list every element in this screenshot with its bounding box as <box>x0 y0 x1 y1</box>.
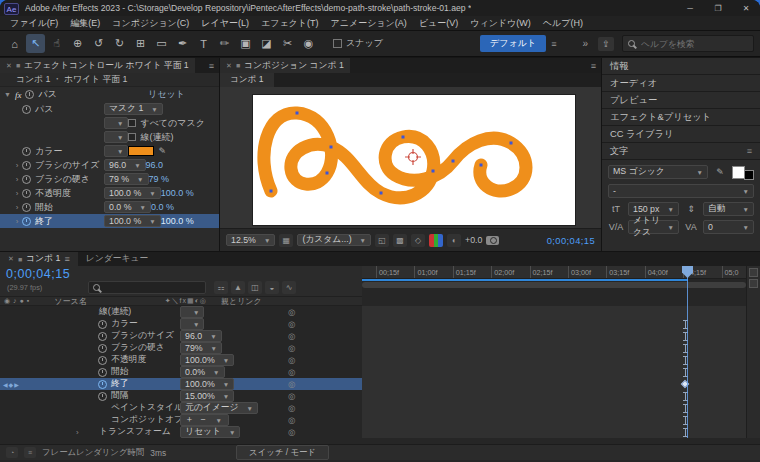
timeline-scrollbar[interactable] <box>749 279 758 288</box>
home-tool[interactable]: ⌂ <box>5 34 24 53</box>
property-dropdown[interactable]: リセット▼ <box>180 426 240 438</box>
puppet-pin-tool[interactable]: ◉ <box>299 34 318 53</box>
effect-group-header[interactable]: ▼ fx パス リセット <box>0 87 219 102</box>
hand-tool[interactable]: ☝ <box>47 34 66 53</box>
property-dropdown[interactable]: 元のイメージ▼ <box>180 402 258 414</box>
effect-property-row[interactable]: › 線(連続) ▼ 線(連続) ✎ <box>0 130 219 144</box>
composition-tab[interactable]: ✕ ■ コンポジション コンポ 1 <box>220 58 350 73</box>
stopwatch-icon[interactable] <box>22 161 31 170</box>
font-family-dropdown[interactable]: MS ゴシック▼ <box>608 165 708 179</box>
menu-item[interactable]: コンポジション(C) <box>106 17 195 30</box>
stopwatch-icon[interactable] <box>98 332 107 341</box>
share-icon[interactable]: ⇪ <box>598 37 614 51</box>
menu-item[interactable]: ウィンドウ(W) <box>464 17 537 30</box>
parent-pickwhip-icon[interactable]: ◎ <box>288 367 295 377</box>
menu-item[interactable]: ファイル(F) <box>4 17 64 30</box>
property-dropdown[interactable]: ＋ −▼ <box>180 414 229 426</box>
frame-blending-icon[interactable]: ◫ <box>248 281 262 294</box>
parent-pickwhip-icon[interactable]: ◎ <box>288 355 295 365</box>
composition-canvas[interactable] <box>253 95 575 225</box>
property-dropdown[interactable]: 100.0 %▼ <box>104 187 161 199</box>
twirl-icon[interactable]: › <box>12 203 22 212</box>
property-dropdown[interactable]: 79 %▼ <box>104 173 149 185</box>
parent-pickwhip-icon[interactable]: ◎ <box>288 403 295 413</box>
zoom-tool[interactable]: ⊕ <box>68 34 87 53</box>
timeline-property-row[interactable]: ◀◆▶ › ブラシの硬さ 79%▼ 79% ◎ <box>0 342 746 354</box>
stopwatch-icon[interactable] <box>22 175 31 184</box>
stroke-color-swatch[interactable] <box>744 170 754 180</box>
twirl-icon[interactable]: › <box>12 175 22 184</box>
effect-controls-tab[interactable]: ✕ ■ エフェクトコントロール ホワイト 平面 1 <box>0 58 195 73</box>
property-dropdown[interactable]: ▼ <box>180 318 204 330</box>
close-button[interactable]: ✕ <box>732 0 760 16</box>
toolbar-overflow-button[interactable]: » <box>582 38 588 49</box>
effect-property-row[interactable]: › カラー ▼ カラー ✎ <box>0 144 219 158</box>
magnification-dropdown[interactable]: 12.5%▼ <box>226 234 275 246</box>
channels-icon[interactable]: C <box>429 234 443 247</box>
minimize-button[interactable]: ─ <box>676 0 704 16</box>
composition-mini-flowchart-icon[interactable]: ⚏ <box>214 281 228 294</box>
stopwatch-icon[interactable] <box>22 105 31 114</box>
menu-item[interactable]: アニメーション(A) <box>325 17 413 30</box>
parent-pickwhip-icon[interactable]: ◎ <box>288 415 295 425</box>
timeline-property-row[interactable]: ◀◆▶ › ブラシのサイズ 96.0▼ 96.0 ◎ <box>0 330 746 342</box>
timeline-property-row[interactable]: ◀◆▶ › コンポジットオプション ＋ −▼ ＋ − ◎ <box>0 414 746 426</box>
timeline-property-row[interactable]: ◀◆▶ › トランスフォーム リセット▼ リセット ◎ <box>0 426 746 438</box>
timeline-property-row[interactable]: ◀◆▶ › 線(連続) ▼ ◎ <box>0 306 746 318</box>
property-value[interactable]: 79 % <box>149 174 170 184</box>
timeline-property-row[interactable]: ◀◆▶ › 終了 100.0%▼ 100.0% ◎ <box>0 378 746 390</box>
brush-tool[interactable]: ✏ <box>215 34 234 53</box>
parent-pickwhip-icon[interactable]: ◎ <box>288 307 295 317</box>
collapsed-panel-tab[interactable]: 情報 <box>602 58 760 75</box>
eyedropper-icon[interactable]: ✎ <box>712 167 728 177</box>
timeline-comp-tab[interactable]: ✕ ■ コンポ 1 ≡ <box>0 252 78 266</box>
pen-tool[interactable]: ✒ <box>173 34 192 53</box>
leading-dropdown[interactable]: 自動▼ <box>703 202 754 216</box>
region-of-interest-icon[interactable]: ◱ <box>375 234 389 247</box>
collapsed-panel-tab[interactable]: エフェクト&プリセット <box>602 109 760 126</box>
comp-marker-bin[interactable] <box>749 268 758 277</box>
shape-tool[interactable]: ▭ <box>152 34 171 53</box>
twirl-icon[interactable]: › <box>12 189 22 198</box>
tab-close-icon[interactable]: ✕ <box>226 62 232 70</box>
rotation-tool[interactable]: ↻ <box>110 34 129 53</box>
parent-pickwhip-icon[interactable]: ◎ <box>288 343 295 353</box>
viewer-timecode[interactable]: 0;00;04;15 <box>547 235 595 246</box>
mask-visibility-icon[interactable]: ◇ <box>411 234 425 247</box>
property-value[interactable]: 100.0 % <box>161 188 194 198</box>
panel-menu-icon[interactable]: ≡ <box>747 146 752 156</box>
property-dropdown[interactable]: ▼ <box>104 117 128 129</box>
snap-checkbox[interactable] <box>333 39 342 48</box>
stopwatch-icon[interactable] <box>22 189 31 198</box>
work-area-bar[interactable] <box>362 282 746 288</box>
timeline-property-row[interactable]: ◀◆▶ › カラー ▼ ◎ <box>0 318 746 330</box>
property-dropdown[interactable]: 0.0 %▼ <box>104 201 151 213</box>
help-search-input[interactable] <box>639 38 748 50</box>
type-tool[interactable]: T <box>194 34 213 53</box>
parent-pickwhip-icon[interactable]: ◎ <box>288 427 295 437</box>
collapsed-panel-tab[interactable]: オーディオ <box>602 75 760 92</box>
current-timecode[interactable]: 0;00;04;15 <box>6 267 70 281</box>
checkbox[interactable] <box>128 133 136 141</box>
twirl-icon[interactable]: › <box>12 161 22 170</box>
parent-pickwhip-icon[interactable]: ◎ <box>288 379 295 389</box>
render-queue-tab[interactable]: レンダーキュー <box>78 252 157 266</box>
effect-property-row[interactable]: › 不透明度 100.0 %▼ 不透明度 ✎ 100.0 % <box>0 186 219 200</box>
timeline-property-row[interactable]: ◀◆▶ › 開始 0.0%▼ 0.0% ◎ <box>0 366 746 378</box>
panel-menu-icon[interactable]: ≡ <box>586 58 601 73</box>
property-dropdown[interactable]: 100.0%▼ <box>180 354 234 366</box>
stopwatch-icon[interactable] <box>22 147 31 156</box>
eyedropper-icon[interactable]: ✎ <box>158 146 166 156</box>
menu-item[interactable]: ヘルプ(H) <box>537 17 589 30</box>
property-dropdown[interactable]: マスク 1▼ <box>104 103 163 115</box>
property-dropdown[interactable]: 0.0%▼ <box>180 366 225 378</box>
property-dropdown[interactable]: 96.0▼ <box>180 330 222 342</box>
effect-reset-link[interactable]: リセット <box>148 88 185 101</box>
property-checkbox[interactable]: すべてのマスク <box>128 117 204 130</box>
effect-property-row[interactable]: › 開始 0.0 %▼ 開始 ✎ 0.0 % <box>0 200 219 214</box>
source-name-header[interactable]: ソース名 <box>54 296 86 307</box>
timeline-property-row[interactable]: ◀◆▶ › 間隔 15.00%▼ 15.00% ◎ <box>0 390 746 402</box>
property-dropdown[interactable]: ▼ <box>104 131 128 143</box>
stopwatch-icon[interactable] <box>22 203 31 212</box>
menu-item[interactable]: レイヤー(L) <box>195 17 255 30</box>
